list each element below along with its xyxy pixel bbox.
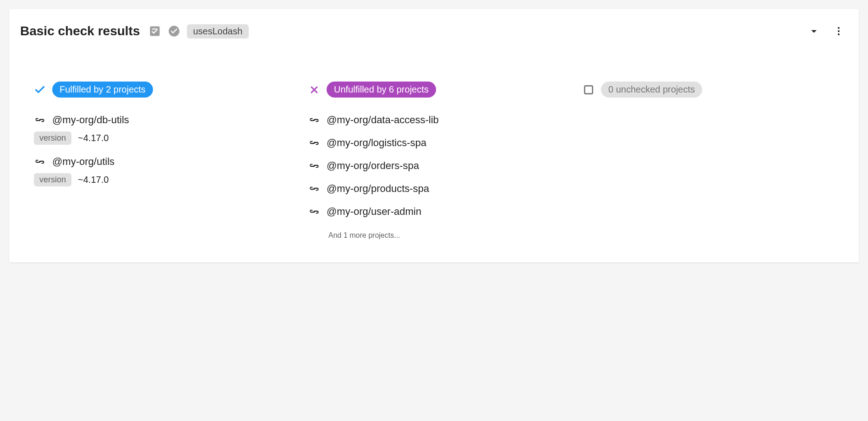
svg-point-1 bbox=[838, 27, 840, 29]
link-icon bbox=[308, 183, 320, 195]
link-icon bbox=[308, 114, 320, 126]
project-name: @my-org/products-spa bbox=[327, 183, 429, 195]
results-columns: Fulfilled by 2 projects @my-org/db-utils… bbox=[20, 82, 848, 240]
project-item[interactable]: @my-org/products-spa bbox=[308, 183, 573, 195]
project-name: @my-org/logistics-spa bbox=[327, 137, 426, 149]
version-value: ~4.17.0 bbox=[78, 175, 109, 185]
unfulfilled-header: Unfulfilled by 6 projects bbox=[308, 82, 573, 98]
link-icon bbox=[308, 206, 320, 218]
link-icon bbox=[308, 160, 320, 172]
card-title: Basic check results bbox=[20, 24, 142, 38]
svg-rect-4 bbox=[584, 86, 592, 93]
expand-toggle-button[interactable] bbox=[805, 22, 823, 40]
fulfilled-header: Fulfilled by 2 projects bbox=[34, 82, 299, 98]
project-item[interactable]: @my-org/utils bbox=[34, 156, 299, 168]
project-item[interactable]: @my-org/orders-spa bbox=[308, 160, 573, 172]
unchecked-header: 0 unchecked projects bbox=[583, 82, 848, 98]
unchecked-badge: 0 unchecked projects bbox=[601, 82, 702, 98]
checkbox-outline-icon bbox=[583, 84, 595, 96]
chevron-down-icon bbox=[808, 25, 820, 38]
version-label: version bbox=[34, 131, 71, 145]
project-name: @my-org/utils bbox=[52, 156, 115, 168]
project-item[interactable]: @my-org/user-admin bbox=[308, 206, 573, 218]
project-item[interactable]: @my-org/logistics-spa bbox=[308, 137, 573, 149]
fulfilled-badge: Fulfilled by 2 projects bbox=[52, 82, 153, 98]
project-name: @my-org/data-access-lib bbox=[327, 114, 439, 126]
fulfilled-column: Fulfilled by 2 projects @my-org/db-utils… bbox=[34, 82, 299, 240]
project-item[interactable]: @my-org/db-utils bbox=[34, 114, 299, 126]
more-vert-icon bbox=[833, 26, 844, 37]
verified-icon bbox=[168, 25, 180, 38]
more-menu-button[interactable] bbox=[830, 22, 848, 40]
svg-point-2 bbox=[838, 30, 840, 32]
link-icon bbox=[308, 137, 320, 149]
unfulfilled-badge: Unfulfilled by 6 projects bbox=[327, 82, 436, 98]
link-icon bbox=[34, 156, 46, 168]
project-meta: version ~4.17.0 bbox=[34, 173, 299, 186]
version-value: ~4.17.0 bbox=[78, 133, 109, 143]
unfulfilled-column: Unfulfilled by 6 projects @my-org/data-a… bbox=[308, 82, 573, 240]
checklist-icon bbox=[148, 25, 161, 38]
project-name: @my-org/db-utils bbox=[52, 114, 129, 126]
close-icon bbox=[308, 84, 320, 96]
project-name: @my-org/orders-spa bbox=[327, 160, 419, 172]
project-meta: version ~4.17.0 bbox=[34, 131, 299, 145]
version-label: version bbox=[34, 173, 71, 186]
check-icon bbox=[34, 84, 46, 96]
project-item[interactable]: @my-org/data-access-lib bbox=[308, 114, 573, 126]
link-icon bbox=[34, 114, 46, 126]
svg-point-3 bbox=[838, 33, 840, 35]
unchecked-column: 0 unchecked projects bbox=[583, 82, 848, 240]
project-name: @my-org/user-admin bbox=[327, 206, 421, 218]
card-header: Basic check results usesLodash bbox=[20, 22, 848, 40]
check-tag: usesLodash bbox=[187, 24, 249, 38]
check-results-card: Basic check results usesLodash bbox=[9, 9, 859, 262]
more-projects-text[interactable]: And 1 more projects... bbox=[328, 231, 573, 240]
